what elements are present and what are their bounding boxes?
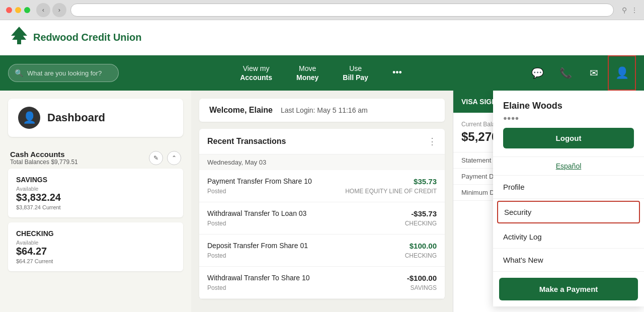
transaction-name: Payment Transfer From Share 10 [207, 177, 312, 185]
header-top: Redwood Credit Union [0, 20, 644, 55]
chat-button[interactable]: 💬 [523, 55, 551, 91]
last-login: Last Login: May 5 11:16 am [281, 106, 368, 114]
search-box[interactable]: 🔍 What are you looking for? [8, 64, 119, 82]
nav-item-accounts[interactable]: View my Accounts [230, 60, 282, 86]
security-menu-item[interactable]: Security [497, 201, 640, 223]
transaction-name: Withdrawal Transfer To Share 10 [207, 274, 310, 282]
nav-item-accounts-main: Accounts [240, 73, 272, 82]
checking-label: CHECKING [16, 229, 175, 238]
main-panel: Welcome, Elaine Last Login: May 5 11:16 … [191, 91, 453, 312]
activity-log-menu-item[interactable]: Activity Log [493, 225, 644, 249]
forward-button[interactable]: › [52, 3, 66, 17]
dropdown-masked: ●●●● [503, 114, 634, 122]
profile-menu-item[interactable]: Profile [493, 176, 644, 199]
edit-button[interactable]: ✎ [149, 151, 163, 165]
transaction-row-top: Payment Transfer From Share 10 $35.73 [207, 177, 437, 186]
nav-item-accounts-pre: View my [240, 64, 272, 73]
dashboard-title: Dashboard [47, 111, 105, 124]
make-payment-button[interactable]: Make a Payment [499, 278, 638, 300]
section-actions: ✎ ⌃ [149, 151, 181, 165]
profile-button[interactable]: 👤 [608, 55, 636, 91]
transaction-category: CHECKING [405, 252, 437, 259]
savings-balance-row: Available $3,832.24 $3,837.24 Current [16, 186, 175, 210]
savings-card[interactable]: SAVINGS Available $3,832.24 $3,837.24 Cu… [8, 169, 183, 217]
transactions-panel: Recent Transactions ⋮ Wednesday, May 03 … [199, 129, 445, 299]
transaction-row-top: Withdrawal Transfer To Share 10 -$100.00 [207, 274, 437, 282]
date-header: Wednesday, May 03 [199, 154, 445, 170]
collapse-button[interactable]: ⌃ [167, 151, 181, 165]
transaction-row-bottom: Posted CHECKING [207, 220, 437, 227]
logo-text: Redwood Credit Union [33, 32, 142, 43]
nav-item-more[interactable]: ••• [382, 63, 412, 83]
traffic-lights [6, 7, 30, 13]
profile-dropdown: Elaine Woods ●●●● Logout Español Profile… [493, 91, 644, 306]
nav-item-money-main: Money [296, 73, 318, 82]
nav-item-money-pre: Move [296, 64, 318, 73]
browser-icons: ⚲ ⋮ [622, 6, 638, 14]
savings-available-label: Available [16, 186, 61, 192]
nav-item-money[interactable]: Move Money [286, 60, 329, 86]
whats-new-menu-item[interactable]: What's New [493, 249, 644, 272]
transaction-status: Posted [207, 284, 226, 291]
nav-icon-group: 💬 📞 ✉ 👤 [523, 55, 636, 91]
nav-items: View my Accounts Move Money Use Bill Pay… [119, 60, 523, 86]
transaction-row-top: Withdrawal Transfer To Loan 03 -$35.73 [207, 209, 437, 218]
total-balances: Total Balances $9,779.51 [10, 159, 78, 166]
checking-card[interactable]: CHECKING Available $64.27 $64.27 Current [8, 222, 183, 271]
avatar-icon: 👤 [23, 111, 36, 124]
maximize-button[interactable] [24, 7, 30, 13]
savings-available-amount: $3,832.24 [16, 192, 61, 203]
transaction-category: HOME EQUITY LINE OF CREDIT [345, 188, 437, 195]
nav-bar: 🔍 What are you looking for? View my Acco… [0, 55, 644, 91]
browser-chrome: ‹ › ⚲ ⋮ [0, 0, 644, 20]
savings-current: $3,837.24 Current [16, 204, 61, 210]
welcome-name: Welcome, Elaine [209, 106, 273, 115]
close-button[interactable] [6, 7, 12, 13]
checking-balance-row: Available $64.27 $64.27 Current [16, 240, 175, 264]
savings-label: SAVINGS [16, 176, 175, 184]
minimize-button[interactable] [15, 7, 21, 13]
logout-button[interactable]: Logout [503, 128, 634, 148]
checking-available-label: Available [16, 240, 53, 246]
espanol-link[interactable]: Español [493, 157, 644, 175]
phone-button[interactable]: 📞 [551, 55, 580, 91]
transaction-item: Withdrawal Transfer To Loan 03 -$35.73 P… [199, 202, 445, 235]
transaction-amount: $35.73 [414, 177, 437, 186]
checking-current: $64.27 Current [16, 258, 53, 264]
dropdown-username: Elaine Woods [503, 101, 634, 111]
address-bar[interactable] [70, 4, 614, 17]
more-icon: ••• [392, 67, 402, 79]
transaction-category: SAVINGS [411, 284, 437, 291]
transaction-name: Deposit Transfer From Share 01 [207, 242, 308, 250]
transaction-status: Posted [207, 220, 226, 227]
transaction-amount: $100.00 [410, 242, 437, 250]
masked-dots: ●●●● [503, 114, 519, 122]
accounts-section: Cash Accounts Total Balances $9,779.51 ✎… [0, 145, 191, 271]
transaction-item: Deposit Transfer From Share 01 $100.00 P… [199, 235, 445, 267]
welcome-bar: Welcome, Elaine Last Login: May 5 11:16 … [199, 99, 445, 122]
browser-search-icon: ⚲ [622, 6, 627, 14]
checking-available-amount: $64.27 [16, 246, 53, 257]
transactions-more-icon[interactable]: ⋮ [428, 136, 437, 147]
transaction-category: CHECKING [405, 220, 437, 227]
browser-menu-icon: ⋮ [631, 6, 638, 14]
transaction-amount: -$35.73 [411, 209, 437, 218]
transaction-name: Withdrawal Transfer To Loan 03 [207, 209, 306, 217]
rcu-logo-icon [10, 26, 28, 49]
logo-area: Redwood Credit Union [10, 26, 142, 49]
transaction-status: Posted [207, 188, 226, 195]
nav-item-billpay-pre: Use [343, 64, 368, 73]
nav-item-billpay[interactable]: Use Bill Pay [333, 60, 378, 86]
person-icon: 👤 [615, 66, 629, 80]
mail-button[interactable]: ✉ [580, 55, 608, 91]
transaction-row-bottom: Posted CHECKING [207, 252, 437, 259]
dashboard-header: 👤 Dashboard [8, 99, 183, 137]
search-placeholder: What are you looking for? [27, 69, 102, 77]
phone-icon: 📞 [559, 67, 572, 79]
transaction-row-bottom: Posted HOME EQUITY LINE OF CREDIT [207, 188, 437, 195]
transaction-row-top: Deposit Transfer From Share 01 $100.00 [207, 242, 437, 250]
transactions-title: Recent Transactions [207, 137, 286, 146]
back-button[interactable]: ‹ [36, 3, 50, 17]
avatar: 👤 [18, 107, 40, 129]
transaction-item: Payment Transfer From Share 10 $35.73 Po… [199, 170, 445, 202]
